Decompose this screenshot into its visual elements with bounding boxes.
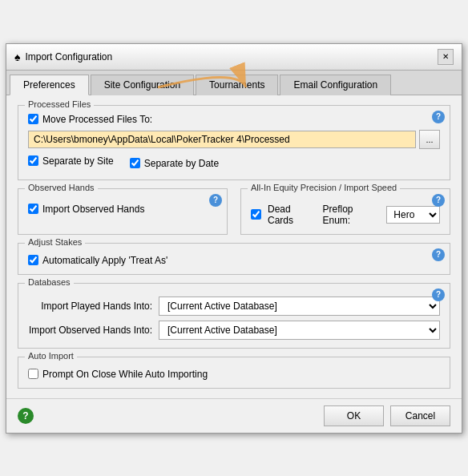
title-bar: ♠ Import Configuration ✕: [6, 44, 462, 71]
separate-by-site-checkbox[interactable]: [28, 155, 38, 166]
path-row: ...: [28, 130, 440, 149]
import-observed-row: Import Observed Hands: [28, 204, 217, 215]
equity-help-icon[interactable]: ?: [432, 194, 445, 207]
preflop-enum-select[interactable]: Hero All None: [386, 206, 440, 224]
databases-grid: Import Played Hands Into: [Current Activ…: [28, 296, 440, 340]
import-observed-label: Import Observed Hands: [42, 204, 144, 215]
separate-by-date-label: Separate by Date: [144, 158, 219, 169]
observed-hands-db-label: Import Observed Hands Into:: [28, 325, 152, 336]
dead-cards-checkbox[interactable]: [251, 209, 261, 220]
two-col-row: Observed Hands ? Import Observed Hands A…: [18, 188, 450, 235]
played-hands-select[interactable]: [Current Active Database]: [159, 296, 440, 316]
auto-apply-label: Automatically Apply 'Treat As': [42, 255, 167, 266]
observed-hands-db-select[interactable]: [Current Active Database]: [159, 321, 440, 340]
window-icon: ♠: [14, 50, 20, 63]
dead-cards-label: Dead Cards: [268, 204, 316, 226]
auto-import-section: Auto Import Prompt On Close While Auto I…: [18, 357, 450, 389]
separate-by-site-row: Separate by Site: [28, 155, 114, 167]
footer: ? OK Cancel: [6, 398, 462, 433]
databases-title: Databases: [25, 277, 74, 287]
adjust-stakes-title: Adjust Stakes: [25, 237, 85, 247]
auto-apply-row: Automatically Apply 'Treat As': [28, 255, 440, 266]
tab-bar: Preferences Site Configuration Tournamen…: [6, 71, 462, 95]
cancel-button[interactable]: Cancel: [390, 405, 450, 426]
tab-preferences[interactable]: Preferences: [10, 75, 89, 95]
auto-apply-checkbox[interactable]: [28, 255, 38, 265]
preflop-enum-label: Preflop Enum:: [322, 204, 380, 226]
tab-site-configuration[interactable]: Site Configuration: [91, 75, 194, 95]
footer-right: OK Cancel: [324, 405, 450, 426]
move-processed-label: Move Processed Files To:: [42, 114, 152, 125]
window-title: Import Configuration: [25, 51, 112, 63]
content-area: Processed Files ? Move Processed Files T…: [6, 95, 462, 398]
observed-hands-section: Observed Hands ? Import Observed Hands: [18, 188, 228, 235]
ok-button[interactable]: OK: [324, 405, 384, 426]
move-processed-checkbox[interactable]: [28, 114, 38, 124]
processed-files-section: Processed Files ? Move Processed Files T…: [18, 105, 450, 180]
separate-by-date-checkbox[interactable]: [130, 158, 140, 168]
path-input[interactable]: [28, 131, 416, 148]
equity-title: All-In Equity Precision / Import Speed: [248, 183, 400, 192]
prompt-on-close-checkbox[interactable]: [28, 369, 38, 379]
browse-button[interactable]: ...: [419, 130, 440, 149]
databases-section: Databases ? Import Played Hands Into: [C…: [18, 283, 450, 349]
observed-hands-help-icon[interactable]: ?: [209, 194, 222, 207]
separate-by-date-row: Separate by Date: [130, 155, 219, 171]
processed-files-title: Processed Files: [25, 99, 94, 109]
prompt-on-close-row: Prompt On Close While Auto Importing: [28, 369, 440, 380]
prompt-on-close-label: Prompt On Close While Auto Importing: [42, 369, 208, 380]
separate-by-site-label: Separate by Site: [42, 155, 114, 167]
tab-tournaments[interactable]: Tournaments: [196, 75, 278, 95]
processed-files-help-icon[interactable]: ?: [432, 111, 445, 123]
observed-hands-title: Observed Hands: [25, 183, 98, 192]
separate-checkboxes-row: Separate by Site Separate by Date: [28, 155, 440, 171]
footer-left: ?: [18, 408, 34, 424]
databases-help-icon[interactable]: ?: [432, 288, 445, 301]
equity-section: All-In Equity Precision / Import Speed ?…: [240, 188, 450, 235]
tab-email-configuration[interactable]: Email Configuration: [280, 75, 391, 95]
adjust-stakes-section: Adjust Stakes ? Automatically Apply 'Tre…: [18, 243, 450, 275]
footer-help-icon[interactable]: ?: [18, 408, 34, 424]
equity-row: Dead Cards Preflop Enum: Hero All None: [251, 204, 440, 226]
observed-hands-db-row: Import Observed Hands Into: [Current Act…: [28, 321, 440, 340]
move-processed-row: Move Processed Files To:: [28, 114, 440, 125]
played-hands-label: Import Played Hands Into:: [28, 301, 152, 312]
auto-import-title: Auto Import: [25, 351, 77, 361]
played-hands-row: Import Played Hands Into: [Current Activ…: [28, 296, 440, 316]
close-button[interactable]: ✕: [438, 49, 454, 65]
adjust-stakes-help-icon[interactable]: ?: [432, 248, 445, 261]
import-observed-checkbox[interactable]: [28, 204, 38, 214]
